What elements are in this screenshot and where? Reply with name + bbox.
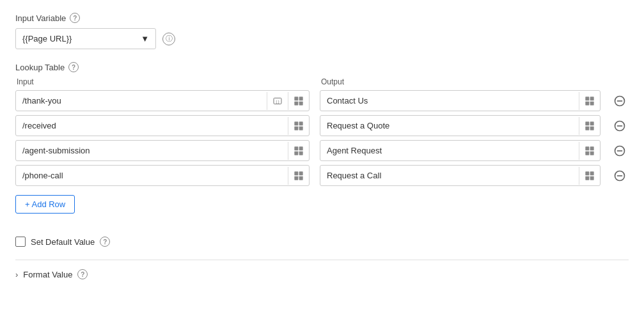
svg-rect-38 bbox=[585, 176, 589, 180]
variable-icon[interactable]: { } bbox=[267, 92, 288, 110]
table-row bbox=[15, 165, 629, 186]
svg-rect-26 bbox=[585, 146, 589, 150]
svg-rect-22 bbox=[294, 146, 298, 150]
output-table-icon[interactable] bbox=[579, 167, 600, 185]
input-field[interactable] bbox=[16, 141, 288, 160]
output-table-icon[interactable] bbox=[579, 142, 600, 160]
lookup-table-label: Lookup Table ? bbox=[15, 62, 629, 72]
info-icon[interactable]: ⓘ bbox=[162, 33, 175, 45]
output-table-icon[interactable] bbox=[579, 117, 600, 135]
add-row-button[interactable]: + Add Row bbox=[15, 195, 75, 214]
input-field[interactable] bbox=[16, 91, 267, 111]
svg-rect-5 bbox=[299, 101, 303, 105]
svg-rect-27 bbox=[590, 146, 594, 150]
svg-rect-25 bbox=[299, 151, 303, 155]
default-value-row: Set Default Value ? bbox=[15, 237, 629, 247]
output-field[interactable] bbox=[320, 166, 579, 185]
table-row bbox=[15, 140, 629, 161]
remove-row-button[interactable] bbox=[611, 167, 629, 185]
table-icon[interactable] bbox=[288, 167, 309, 185]
output-field[interactable] bbox=[320, 91, 579, 111]
svg-rect-8 bbox=[585, 101, 589, 105]
lookup-table-help-icon[interactable]: ? bbox=[68, 62, 79, 72]
default-value-help-icon[interactable]: ? bbox=[100, 237, 110, 247]
input-variable-help-icon[interactable]: ? bbox=[70, 13, 80, 23]
lookup-table-section: Lookup Table ? Input Output { } bbox=[15, 62, 629, 226]
table-row bbox=[15, 115, 629, 136]
svg-rect-14 bbox=[294, 126, 298, 130]
format-value-row: › Format Value ? bbox=[15, 260, 629, 279]
output-cell bbox=[320, 115, 601, 136]
lookup-table-rows: { } bbox=[15, 90, 629, 186]
default-value-checkbox[interactable] bbox=[15, 237, 26, 247]
svg-rect-29 bbox=[590, 151, 594, 155]
svg-rect-34 bbox=[294, 176, 298, 180]
svg-rect-17 bbox=[590, 121, 594, 125]
svg-rect-39 bbox=[590, 176, 594, 180]
table-icon[interactable] bbox=[288, 117, 309, 135]
input-variable-dropdown[interactable]: {{Page URL}} ▼ bbox=[15, 28, 156, 49]
input-variable-row: {{Page URL}} ▼ ⓘ bbox=[15, 28, 629, 49]
svg-rect-32 bbox=[294, 171, 298, 175]
remove-row-button[interactable] bbox=[611, 142, 629, 160]
table-icon[interactable] bbox=[288, 92, 309, 110]
output-column-header: Output bbox=[320, 77, 629, 86]
svg-rect-37 bbox=[590, 171, 594, 175]
columns-header: Input Output bbox=[15, 77, 629, 86]
remove-row-button[interactable] bbox=[611, 92, 629, 110]
svg-rect-7 bbox=[590, 97, 594, 100]
svg-rect-3 bbox=[299, 97, 303, 100]
output-field[interactable] bbox=[320, 141, 579, 160]
input-cell bbox=[15, 115, 310, 136]
svg-text:{ }: { } bbox=[276, 99, 279, 103]
svg-rect-12 bbox=[294, 121, 298, 125]
output-field[interactable] bbox=[320, 116, 579, 136]
chevron-down-icon: ▼ bbox=[141, 34, 149, 43]
format-value-label: Format Value bbox=[23, 270, 72, 279]
svg-rect-28 bbox=[585, 151, 589, 155]
table-icon[interactable] bbox=[288, 142, 309, 160]
svg-rect-16 bbox=[585, 121, 589, 125]
svg-rect-13 bbox=[299, 121, 303, 125]
svg-rect-4 bbox=[294, 101, 298, 105]
svg-rect-24 bbox=[294, 151, 298, 155]
svg-rect-9 bbox=[590, 101, 594, 105]
svg-rect-33 bbox=[299, 171, 303, 175]
svg-rect-2 bbox=[294, 97, 298, 100]
input-variable-label: Input Variable ? bbox=[15, 13, 629, 23]
svg-rect-6 bbox=[585, 97, 589, 100]
input-cell bbox=[15, 140, 310, 161]
chevron-right-icon[interactable]: › bbox=[15, 270, 18, 279]
input-variable-text: Input Variable bbox=[15, 13, 66, 23]
input-field[interactable] bbox=[16, 166, 288, 185]
svg-rect-15 bbox=[299, 126, 303, 130]
svg-rect-19 bbox=[590, 126, 594, 130]
output-table-icon[interactable] bbox=[579, 92, 600, 110]
input-field[interactable] bbox=[16, 116, 288, 136]
lookup-table-text: Lookup Table bbox=[15, 63, 65, 72]
output-cell bbox=[320, 90, 601, 111]
output-cell bbox=[320, 165, 601, 186]
remove-row-button[interactable] bbox=[611, 117, 629, 135]
input-column-header: Input bbox=[15, 77, 310, 86]
svg-rect-18 bbox=[585, 126, 589, 130]
svg-rect-36 bbox=[585, 171, 589, 175]
table-row: { } bbox=[15, 90, 629, 111]
input-variable-value: {{Page URL}} bbox=[22, 34, 72, 43]
output-cell bbox=[320, 140, 601, 161]
input-cell bbox=[15, 165, 310, 186]
input-cell: { } bbox=[15, 90, 310, 111]
format-value-help-icon[interactable]: ? bbox=[77, 269, 88, 279]
svg-rect-35 bbox=[299, 176, 303, 180]
svg-rect-23 bbox=[299, 146, 303, 150]
default-value-label: Set Default Value bbox=[31, 237, 95, 247]
